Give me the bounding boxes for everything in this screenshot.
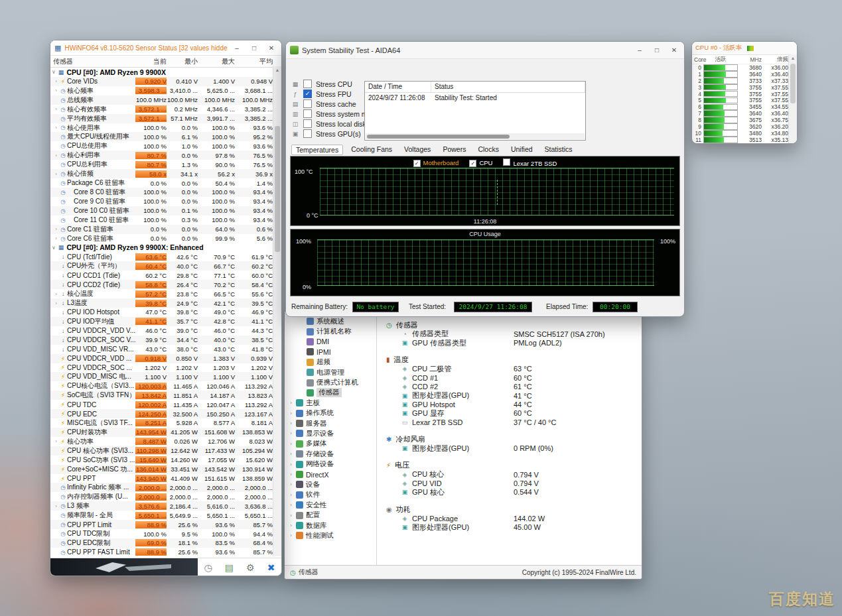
sensor-row[interactable]: ◷总线频率100.0 MHz100.0 MHz100.0 MHz100.0 MH… <box>50 95 281 105</box>
close-button[interactable]: ✕ <box>668 46 680 54</box>
sensor-row[interactable]: ◷Core 10 C0 驻留率100.0 %0.1 %100.0 %93.4 % <box>50 206 281 216</box>
hwinfo-titlebar[interactable]: ▦ HWiNFO64 v8.10-5620 Sensor Status [32 … <box>50 40 281 56</box>
sensor-row[interactable]: ◷Core 9 C0 驻留率100.0 %0.0 %100.0 %93.4 % <box>50 197 281 206</box>
settings-icon[interactable]: ⚙ <box>246 563 255 572</box>
expand-icon[interactable]: › <box>53 235 59 241</box>
legend-cpu[interactable]: ✓CPU <box>469 159 492 167</box>
expand-icon[interactable]: › <box>289 462 293 467</box>
sensor-row[interactable]: ◷CPU TDC限制100.0 %9.5 %100.0 %94.4 % <box>50 529 281 538</box>
sensor-item-row[interactable]: ◈CPU 核心0.794 V <box>386 470 642 479</box>
legend-lexar-2tb-ssd[interactable]: Lexar 2TB SSD <box>503 158 557 167</box>
sensor-row[interactable]: ◷CPU EDC限制69.0 %18.1 %83.5 %68.4 % <box>50 538 281 548</box>
sidebar-item-IPMI[interactable]: IPMI <box>285 347 376 357</box>
sensor-item-row[interactable]: ◈CCD #160 °C <box>386 373 642 382</box>
sensor-item-row[interactable]: ▣GPU 核心0.544 V <box>386 488 642 497</box>
sensor-row[interactable]: ◷平均有效频率3,572.1 ...57.1 MHz3,991.7 ...3,3… <box>50 114 281 123</box>
sensor-item-row[interactable]: ▣图形处理器(GPU)0 RPM (0%) <box>386 444 642 453</box>
sensor-item-row[interactable]: ◔传感器类型SMSC SCH5127 (ISA 270h) <box>386 330 642 338</box>
log-column-header[interactable]: Date / Time <box>365 82 431 92</box>
sidebar-item-多媒体[interactable]: ›多媒体 <box>285 439 376 449</box>
sensor-row[interactable]: ↓CPU VDDCR_VDD V...46.0 °C39.0 °C46.0 °C… <box>50 326 281 336</box>
tab-clocks[interactable]: Clocks <box>474 145 503 155</box>
hwinfo-column-headers[interactable]: 传感器当前最小最大平均 <box>50 56 281 68</box>
tab-temperatures[interactable]: Temperatures <box>291 145 343 155</box>
sensor-row[interactable]: ⚡SoC电流（SVI3 TFN）13.842 A11.851 A14.187 A… <box>50 391 281 400</box>
sidebar-item-操作系统[interactable]: ›操作系统 <box>285 408 376 418</box>
sidebar-item-便携式计算机[interactable]: 便携式计算机 <box>285 377 376 387</box>
column-header-2[interactable]: 最小 <box>167 57 198 66</box>
column-header-4[interactable]: 平均 <box>235 57 273 66</box>
sensor-row[interactable]: ›↓核心温度57.2 °C23.8 °C66.5 °C55.6 °C <box>50 289 281 298</box>
sensor-row[interactable]: ›◷核心有效频率3,572.1 ...0.2 MHz4,346.6 ...3,3… <box>50 105 281 114</box>
report-icon[interactable]: ▤ <box>225 563 234 572</box>
sensor-row[interactable]: ◷Core 11 C0 驻留率100.0 %0.3 %100.0 %93.4 % <box>50 216 281 225</box>
sensor-row[interactable]: ◷Core 8 C0 驻留率100.0 %0.0 %100.0 %93.4 % <box>50 188 281 197</box>
sensor-row[interactable]: ↓CPU IOD Hotspot47.0 °C39.8 °C49.0 °C46.… <box>50 308 281 317</box>
legend-checkbox[interactable]: ✓ <box>413 160 421 167</box>
tab-unified[interactable]: Unified <box>507 145 537 155</box>
sensor-row[interactable]: ⚡Core+SoC+MISC 功...136.014 W33.451 W143.… <box>50 465 281 474</box>
log-hscroll-thumb[interactable] <box>367 135 510 139</box>
sensor-row[interactable]: ›◷Core C6 驻留率0.0 %0.0 %99.9 %5.6 % <box>50 234 281 243</box>
sensor-item-row[interactable]: ▣图形处理器(GPU)41 °C <box>386 391 642 400</box>
checkbox[interactable] <box>303 129 312 138</box>
tab-statistics[interactable]: Statistics <box>541 145 577 155</box>
column-header-3[interactable]: 最大 <box>198 57 235 66</box>
scroll-up-icon[interactable]: ▲ <box>789 54 797 62</box>
expand-icon[interactable]: › <box>289 532 293 538</box>
sidebar-item-存储设备[interactable]: ›存储设备 <box>285 449 376 459</box>
scroll-thumb[interactable] <box>275 126 280 252</box>
sidebar-item-软件[interactable]: ›软件 <box>285 490 376 500</box>
stability-titlebar[interactable]: System Stability Test - AIDA64 –□✕ <box>286 42 684 59</box>
sensor-row[interactable]: ›↓L3温度39.8 °C24.9 °C42.1 °C39.5 °C <box>50 298 281 308</box>
expand-icon[interactable]: › <box>289 523 293 528</box>
hwinfo-scrollbar[interactable]: ▲ <box>273 66 281 556</box>
sensor-row[interactable]: ⚡CPU VDD_MISC 电...1.100 V1.100 V1.100 V1… <box>50 372 281 381</box>
log-column-header[interactable]: Status <box>431 82 585 92</box>
legend-motherboard[interactable]: ✓Motherboard <box>413 159 459 167</box>
expand-icon[interactable]: › <box>53 78 59 84</box>
log-hscrollbar[interactable] <box>366 133 585 139</box>
expand-icon[interactable]: › <box>289 513 293 519</box>
sensor-row[interactable]: ◷内存控制器频率 (U...2,000.0 ...2,000.0 ...2,00… <box>50 492 281 501</box>
tab-cooling-fans[interactable]: Cooling Fans <box>347 145 396 155</box>
sensor-row[interactable]: ⚡CPU核心电流（SVI3...120.003 A11.465 A120.046… <box>50 381 281 391</box>
sidebar-item-服务器[interactable]: ›服务器 <box>285 418 376 428</box>
sensor-row[interactable]: ↓CPU CCD1 (Tdie)60.2 °C29.8 °C77.1 °C60.… <box>50 271 281 280</box>
legend-checkbox[interactable]: ✓ <box>469 160 476 167</box>
sensor-row[interactable]: ◷频率限制 - 全局5,650.1 ...5,649.9 ...5,650.1 … <box>50 511 281 520</box>
sensor-row[interactable]: ›◷核心频率3,598.3 ...3,410.0 ...5,625.0 ...3… <box>50 86 281 95</box>
sidebar-item-设备[interactable]: ›设备 <box>285 479 376 489</box>
sensor-row[interactable]: ◷CPU总利用率80.7 %1.3 %90.0 %76.5 % <box>50 160 281 169</box>
exit-icon[interactable]: ✖ <box>267 563 275 572</box>
expand-icon[interactable]: › <box>289 420 293 426</box>
expand-icon[interactable]: › <box>53 125 59 131</box>
sidebar-item-配置[interactable]: ›配置 <box>285 510 376 520</box>
expand-icon[interactable]: › <box>53 226 59 232</box>
sidebar-item-网络设备[interactable]: ›网络设备 <box>285 459 376 469</box>
sensor-row[interactable]: ↓CPU外壳（平均）60.4 °C40.0 °C66.7 °C60.2 °C <box>50 261 281 271</box>
expand-icon[interactable]: › <box>289 400 293 406</box>
expand-icon[interactable]: › <box>53 106 59 112</box>
sensor-item-row[interactable]: ▣GPU 传感器类型PMLog (ADL2) <box>386 338 642 347</box>
sensor-section-header[interactable]: ∨▦CPU [#0]: AMD Ryzen 9 9900X <box>50 68 281 77</box>
maximize-button[interactable]: □ <box>248 44 260 52</box>
sensor-row[interactable]: ↓CPU VDDCR_SOC V...39.9 °C34.4 °C40.0 °C… <box>50 336 281 345</box>
sensor-row[interactable]: ◷CPU PPT FAST Limit88.9 %25.6 %93.6 %85.… <box>50 548 281 557</box>
scroll-thumb[interactable] <box>790 64 796 103</box>
expand-icon[interactable]: › <box>289 451 293 457</box>
sensor-row[interactable]: ›⚡Core VIDs0.920 V0.410 V1.400 V0.948 V <box>50 77 281 86</box>
sensor-row[interactable]: ⚡CPU PPT143.940 W41.409 W151.615 W138.85… <box>50 474 281 483</box>
sidebar-item-传感器[interactable]: 传感器 <box>285 388 376 398</box>
sensor-row[interactable]: ›◷Core C1 驻留率0.0 %0.0 %64.0 %0.6 % <box>50 225 281 234</box>
maximize-button[interactable]: □ <box>651 46 663 54</box>
column-header-0[interactable]: 传感器 <box>53 57 135 66</box>
expand-icon[interactable]: › <box>289 481 293 487</box>
sensor-row[interactable]: ↓CPU CCD2 (Tdie)58.8 °C26.4 °C70.2 °C58.… <box>50 280 281 289</box>
log-row[interactable]: 2024/9/27 11:26:08Stability Test: Starte… <box>365 93 585 103</box>
sidebar-item-电源管理[interactable]: 电源管理 <box>285 367 376 377</box>
expand-icon[interactable]: › <box>53 503 59 509</box>
sensor-item-row[interactable]: ◈CPU 二极管63 °C <box>386 365 642 373</box>
expand-icon[interactable]: › <box>53 291 59 297</box>
sensor-row[interactable]: ⚡CPU EDC124.250 A32.500 A150.250 A123.16… <box>50 409 281 418</box>
